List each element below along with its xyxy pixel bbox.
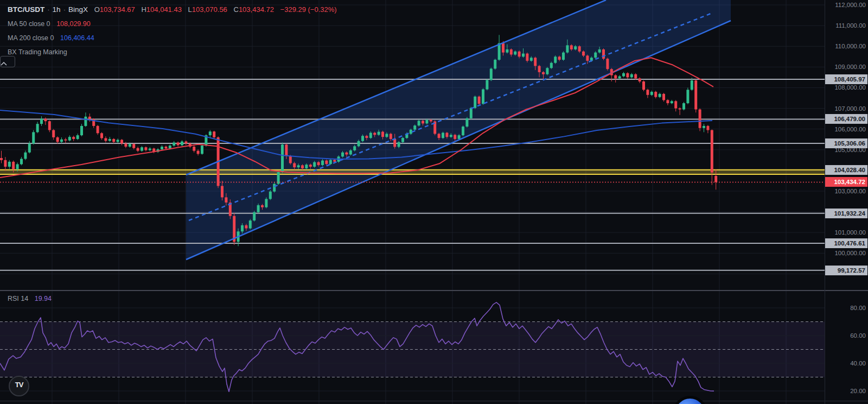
main-legend: BTC/USDT·1h·BingX O103,734.67 H104,041.4… xyxy=(8,4,337,60)
price-axis-label: 103,000.00 xyxy=(827,187,866,195)
change-value: −329.29 (−0.32%) xyxy=(280,5,337,14)
price-axis-label: 100,000.00 xyxy=(827,249,866,257)
last-price-badge: 103,434.72 xyxy=(825,177,867,187)
interval-label[interactable]: 1h xyxy=(53,5,61,14)
level-price-badge: 104,028.40 xyxy=(825,165,867,175)
ma200-label[interactable]: MA 200 close 0 xyxy=(8,34,54,42)
rsi-pane[interactable] xyxy=(0,291,825,404)
trading-chart-window: 112,000.00111,000.00110,000.00109,000.00… xyxy=(0,0,868,404)
close-letter: C xyxy=(233,5,238,14)
ma200-row[interactable]: MA 200 close 0 106,406.44 xyxy=(8,32,337,46)
price-axis[interactable]: 112,000.00111,000.00110,000.00109,000.00… xyxy=(825,0,868,291)
ma50-label[interactable]: MA 50 close 0 xyxy=(8,20,50,28)
level-price-badge: 106,479.00 xyxy=(825,114,867,124)
exchange-label: BingX xyxy=(68,5,88,14)
price-axis-label: 110,000.00 xyxy=(827,42,866,50)
low-value: 103,070.56 xyxy=(192,5,227,14)
level-price-badge: 108,405.97 xyxy=(825,74,867,84)
high-value: 104,041.43 xyxy=(146,5,182,14)
rsi-label[interactable]: RSI 14 xyxy=(8,295,28,302)
low-letter: L xyxy=(188,5,192,14)
high-letter: H xyxy=(141,5,146,14)
bottom-separator xyxy=(0,401,868,401)
close-value: 103,434.72 xyxy=(239,5,274,14)
bx-trading-marking-label[interactable]: BX Trading Marking xyxy=(8,48,67,56)
rsi-value: 19.94 xyxy=(35,295,52,302)
rsi-axis-label: 80.00 xyxy=(827,304,866,312)
level-price-badge: 105,306.06 xyxy=(825,138,867,148)
chevron-up-icon xyxy=(1,62,7,66)
ma200-value: 106,406.44 xyxy=(60,34,94,42)
bx-trading-marking-row[interactable]: BX Trading Marking xyxy=(8,46,337,60)
rsi-axis[interactable]: 80.0060.0040.0020.00 xyxy=(825,291,868,404)
rsi-axis-label: 60.00 xyxy=(827,332,866,339)
price-axis-label: 111,000.00 xyxy=(827,22,866,29)
price-axis-label: 107,000.00 xyxy=(827,105,866,112)
pane-separator[interactable] xyxy=(0,290,868,291)
title-separator: · xyxy=(63,5,66,14)
open-letter: O xyxy=(94,5,100,14)
symbol-row[interactable]: BTC/USDT·1h·BingX O103,734.67 H104,041.4… xyxy=(8,4,337,18)
ma50-row[interactable]: MA 50 close 0 108,029.90 xyxy=(8,18,337,32)
price-axis-label: 106,000.00 xyxy=(827,125,866,133)
price-axis-label: 109,000.00 xyxy=(827,63,866,71)
price-axis-label: 112,000.00 xyxy=(827,1,866,9)
price-axis-label: 101,000.00 xyxy=(827,229,866,236)
title-separator: · xyxy=(47,5,49,14)
level-price-badge: 101,932.24 xyxy=(825,209,867,218)
open-value: 103,734.67 xyxy=(100,5,135,14)
symbol-title[interactable]: BTC/USDT xyxy=(8,5,44,14)
rsi-legend[interactable]: RSI 14 19.94 xyxy=(8,295,52,302)
tradingview-logo[interactable]: TV xyxy=(9,376,29,396)
rsi-axis-label: 40.00 xyxy=(827,359,866,367)
ma50-value: 108,029.90 xyxy=(56,20,91,28)
rsi-axis-label: 20.00 xyxy=(827,387,866,395)
price-axis-label: 108,000.00 xyxy=(827,84,866,91)
level-price-badge: 99,172.57 xyxy=(825,266,867,275)
level-price-badge: 100,476.61 xyxy=(825,238,867,248)
